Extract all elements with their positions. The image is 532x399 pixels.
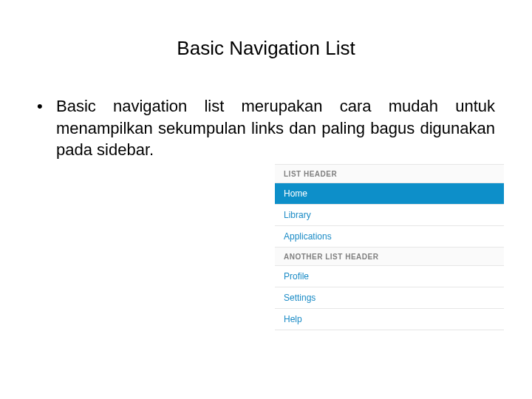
- bullet-marker: •: [37, 95, 56, 117]
- nav-header-2: ANOTHER LIST HEADER: [275, 248, 504, 266]
- bullet-item: • Basic navigation list merupakan cara m…: [37, 95, 495, 161]
- nav-item-home[interactable]: Home: [275, 183, 504, 205]
- nav-item-profile[interactable]: Profile: [275, 266, 504, 287]
- navlist-example: LIST HEADER Home Library Applications AN…: [275, 164, 504, 330]
- nav-item-settings[interactable]: Settings: [275, 287, 504, 309]
- slide: Basic Navigation List • Basic navigation…: [0, 0, 532, 399]
- nav-item-library[interactable]: Library: [275, 205, 504, 226]
- navlist: LIST HEADER Home Library Applications AN…: [275, 164, 504, 330]
- nav-item-help[interactable]: Help: [275, 309, 504, 330]
- bullet-text: Basic navigation list merupakan cara mud…: [56, 95, 495, 161]
- page-title: Basic Navigation List: [37, 37, 495, 60]
- nav-header-1: LIST HEADER: [275, 165, 504, 183]
- nav-item-applications[interactable]: Applications: [275, 226, 504, 248]
